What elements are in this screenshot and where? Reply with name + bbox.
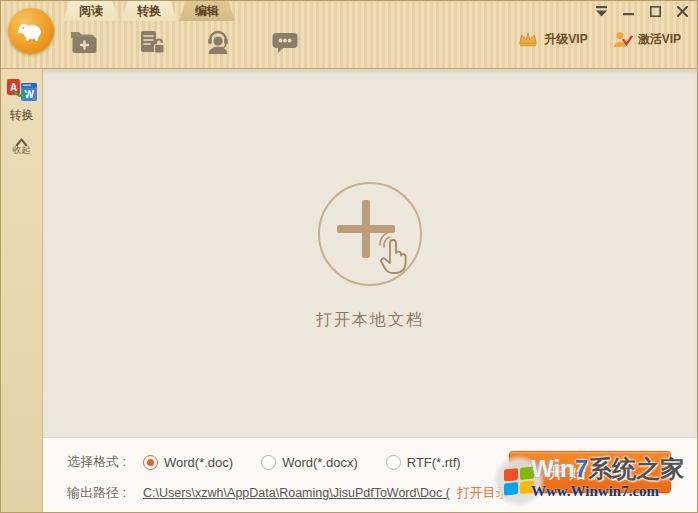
radio-icon (386, 455, 401, 470)
tab-read[interactable]: 阅读 (63, 1, 119, 21)
content: 打开本地文档 选择格式 : Word(*.doc) Word(*.docx) (43, 69, 697, 513)
app-window: 阅读 转换 编辑 (0, 0, 698, 513)
minimize-icon (623, 6, 634, 16)
sidebar-convert-label: 转换 (10, 107, 34, 124)
output-path-label: 输出路径 : (67, 484, 143, 502)
main-menu-button[interactable] (594, 5, 608, 17)
close-button[interactable] (675, 5, 689, 17)
format-radio-0[interactable]: Word(*.doc) (143, 455, 233, 470)
activate-vip-button[interactable]: 激活VIP (612, 31, 681, 48)
tab-bar: 阅读 转换 编辑 (63, 1, 235, 21)
close-icon (677, 6, 688, 17)
unlock-document-button[interactable] (134, 27, 168, 59)
elephant-logo-icon (16, 20, 46, 42)
crown-icon (517, 31, 539, 48)
radio-icon (143, 455, 158, 470)
minimize-button[interactable] (621, 5, 635, 17)
open-document-button[interactable] (318, 182, 422, 286)
maximize-button[interactable] (648, 5, 662, 17)
tap-hand-icon (370, 230, 416, 280)
format-radio-2[interactable]: RTF(*.rtf) (386, 455, 461, 470)
radio-icon (261, 455, 276, 470)
sidebar-collapse-button[interactable]: 收起 (13, 138, 31, 155)
drop-area: 打开本地文档 (43, 69, 697, 437)
feedback-button[interactable] (268, 27, 302, 59)
output-path-link[interactable]: C:\Users\xzwh\AppData\Roaming\JisuPdfToW… (143, 486, 450, 500)
app-logo[interactable] (8, 8, 54, 54)
format-radio-1[interactable]: Word(*.docx) (261, 455, 358, 470)
footer-panel: 选择格式 : Word(*.doc) Word(*.docx) RTF(*.rt… (43, 437, 697, 513)
upgrade-vip-button[interactable]: 升级VIP (517, 31, 587, 48)
window-controls (594, 5, 689, 17)
sidebar-item-convert[interactable]: A W 转换 (6, 77, 38, 124)
upgrade-vip-label: 升级VIP (544, 31, 587, 48)
tab-edit[interactable]: 编辑 (179, 1, 235, 21)
activate-vip-label: 激活VIP (638, 31, 681, 48)
customer-service-button[interactable] (201, 27, 235, 59)
headset-person-icon (203, 29, 233, 57)
open-directory-link[interactable]: 打开目录 (457, 484, 509, 502)
toolbar (67, 27, 302, 59)
sidebar-collapse-label: 收起 (13, 146, 31, 155)
maximize-icon (650, 6, 661, 17)
pdf-to-word-icon: A W (6, 77, 38, 103)
start-convert-button[interactable]: 开始转换 (509, 451, 671, 493)
header: 阅读 转换 编辑 (1, 1, 697, 69)
menu-icon (595, 6, 608, 17)
open-folder-button[interactable] (67, 27, 101, 59)
document-lock-icon (136, 29, 166, 57)
open-document-label: 打开本地文档 (316, 310, 424, 331)
tab-convert[interactable]: 转换 (121, 1, 177, 21)
person-check-icon (612, 31, 633, 48)
chat-dots-icon (270, 30, 300, 56)
sidebar: A W 转换 收起 (1, 69, 43, 513)
body: A W 转换 收起 (1, 69, 697, 513)
format-label: 选择格式 : (67, 453, 143, 471)
vip-area: 升级VIP 激活VIP (517, 31, 681, 48)
folder-plus-icon (68, 29, 100, 57)
